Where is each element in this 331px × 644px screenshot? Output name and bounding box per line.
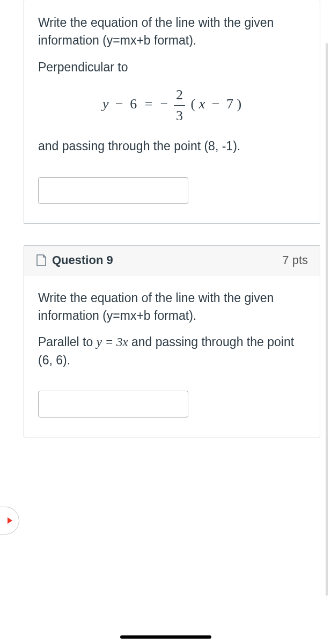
play-icon [6, 517, 13, 524]
q8-prompt-3: and passing through the point (8, -1). [38, 137, 306, 155]
q8-prompt-2: Perpendicular to [38, 58, 306, 76]
eq-7: 7 [226, 96, 233, 112]
home-indicator [120, 635, 211, 639]
eq-equals: = [145, 96, 153, 112]
question-9-header: Question 9 7 pts [24, 246, 320, 275]
eq-lparen: ( [191, 96, 196, 112]
svg-marker-0 [8, 517, 12, 524]
q9-inline-eq: y = 3x [97, 335, 128, 349]
q8-equation: y − 6 = − 2 3 ( x − 7 ) [38, 85, 306, 126]
question-9-box: Question 9 7 pts Write the equation of t… [24, 245, 320, 437]
q9-prompt-2-pre: Parallel to [38, 335, 97, 349]
eq-rparen: ) [237, 96, 241, 112]
eq-fraction: 2 3 [174, 85, 185, 126]
question-8-body: Write the equation of the line with the … [24, 0, 320, 223]
eq-frac-num: 2 [174, 85, 185, 105]
eq-minus2: − [212, 96, 220, 112]
eq-neg: − [160, 96, 168, 112]
note-icon [36, 254, 47, 267]
q9-answer-input[interactable] [38, 391, 188, 418]
q8-answer-input[interactable] [38, 177, 188, 204]
q9-prompt-2: Parallel to y = 3x and passing through t… [38, 333, 306, 369]
eq-x: x [199, 96, 205, 112]
question-9-points: 7 pts [282, 253, 308, 267]
question-8-box: Write the equation of the line with the … [24, 0, 320, 224]
eq-6: 6 [130, 96, 137, 112]
scrollbar[interactable] [326, 43, 328, 596]
question-9-title: Question 9 [52, 253, 113, 267]
eq-frac-den: 3 [174, 105, 185, 126]
eq-y: y [102, 96, 109, 112]
content-area: Write the equation of the line with the … [0, 0, 331, 437]
question-9-body: Write the equation of the line with the … [24, 275, 320, 437]
expand-handle[interactable] [0, 507, 19, 535]
q9-prompt-1: Write the equation of the line with the … [38, 289, 306, 325]
eq-minus: − [115, 96, 123, 112]
viewport: Write the equation of the line with the … [0, 0, 331, 644]
q8-prompt-1: Write the equation of the line with the … [38, 14, 306, 50]
